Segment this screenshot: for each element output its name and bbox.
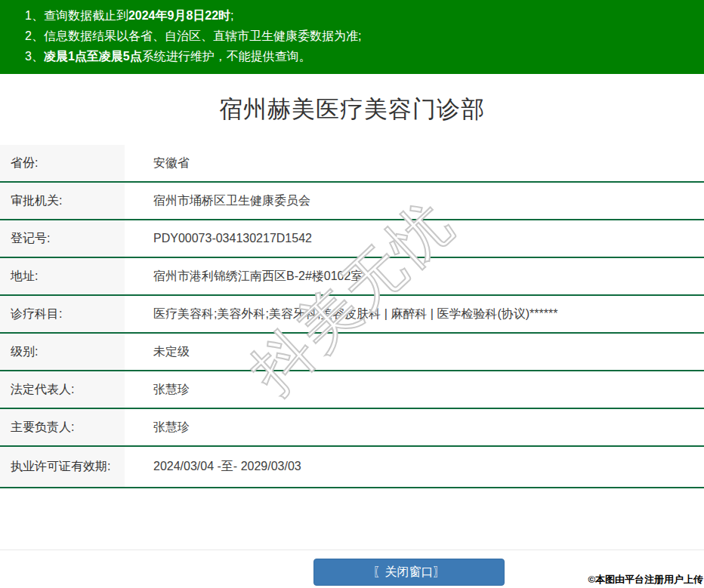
notice-line-1-tail: ; <box>230 9 233 22</box>
notice-line-3: 3、凌晨1点至凌晨5点系统进行维护，不能提供查询。 <box>25 46 696 66</box>
title-section: 宿州赫美医疗美容门诊部 <box>0 74 704 145</box>
field-label: 法定代表人: <box>0 371 125 408</box>
notice-line-3-bold: 凌晨1点至凌晨5点 <box>44 50 142 63</box>
institution-info-table: 省份: 安徽省 审批机关: 宿州市埇桥区卫生健康委员会 登记号: PDY0007… <box>0 145 704 488</box>
table-row-level: 级别: 未定级 <box>0 334 704 371</box>
field-value: 张慧珍 <box>125 409 704 445</box>
notice-line-1-num: 1、 <box>25 9 44 22</box>
notice-line-1-bold: 2024年9月8日22时 <box>128 9 230 22</box>
table-row-province: 省份: 安徽省 <box>0 145 704 183</box>
field-label: 地址: <box>0 258 125 294</box>
notice-line-1: 1、查询数据截止到2024年9月8日22时; <box>25 5 696 26</box>
field-label: 诊疗科目: <box>0 296 125 332</box>
notice-line-3-num: 3、 <box>25 50 44 63</box>
table-row-registration-number: 登记号: PDY00073-034130217D1542 <box>0 220 704 258</box>
field-label: 省份: <box>0 145 125 181</box>
field-value: 张慧珍 <box>125 371 704 408</box>
table-row-main-person-in-charge: 主要负责人: 张慧珍 <box>0 409 704 447</box>
field-label: 审批机关: <box>0 183 125 219</box>
close-window-button[interactable]: 〖关闭窗口〗 <box>313 559 505 586</box>
table-row-license-validity: 执业许可证有效期: 2024/03/04 -至- 2029/03/03 <box>0 447 704 488</box>
field-value: 2024/03/04 -至- 2029/03/03 <box>125 447 704 487</box>
field-value: PDY00073-034130217D1542 <box>125 220 704 257</box>
table-row-legal-representative: 法定代表人: 张慧珍 <box>0 371 704 409</box>
notice-line-1-text: 查询数据截止到 <box>44 9 128 22</box>
footer-divider <box>0 550 704 550</box>
notice-line-2: 2、信息数据结果以各省、自治区、直辖市卫生健康委数据为准; <box>25 26 696 46</box>
field-label: 登记号: <box>0 220 125 257</box>
notice-line-2-num: 2、 <box>25 29 44 42</box>
field-value: 宿州市埇桥区卫生健康委员会 <box>125 183 704 219</box>
notice-line-2-text: 信息数据结果以各省、自治区、直辖市卫生健康委数据为准; <box>44 29 361 42</box>
field-label: 级别: <box>0 334 125 370</box>
table-row-treatment-subjects: 诊疗科目: 医疗美容科;美容外科;美容牙科;美容皮肤科 | 麻醉科 | 医学检验… <box>0 296 704 334</box>
field-value: 宿州市港利锦绣江南西区B-2#楼0102室 <box>125 258 704 294</box>
table-row-approval-authority: 审批机关: 宿州市埇桥区卫生健康委员会 <box>0 183 704 220</box>
page-title: 宿州赫美医疗美容门诊部 <box>219 94 485 125</box>
field-value: 医疗美容科;美容外科;美容牙科;美容皮肤科 | 麻醉科 | 医学检验科(协议)*… <box>125 296 704 332</box>
notice-banner: 1、查询数据截止到2024年9月8日22时; 2、信息数据结果以各省、自治区、直… <box>0 0 704 74</box>
notice-line-3-tail: 系统进行维护，不能提供查询。 <box>142 50 311 63</box>
field-label: 主要负责人: <box>0 409 125 445</box>
field-label: 执业许可证有效期: <box>0 447 125 487</box>
copyright-watermark: ©本图由平台注册用户上传 <box>588 573 703 586</box>
table-row-address: 地址: 宿州市港利锦绣江南西区B-2#楼0102室 <box>0 258 704 296</box>
field-value: 安徽省 <box>125 145 704 181</box>
field-value: 未定级 <box>125 334 704 370</box>
query-result-page: 1、查询数据截止到2024年9月8日22时; 2、信息数据结果以各省、自治区、直… <box>0 0 704 588</box>
